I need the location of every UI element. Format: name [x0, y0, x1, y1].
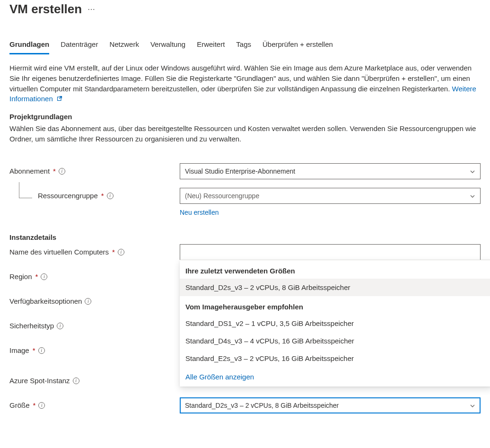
tab-netzwerk[interactable]: Netzwerk [109, 40, 139, 54]
project-section-desc: Wählen Sie das Abonnement aus, über das … [9, 123, 481, 144]
subscription-value: Visual Studio Enterprise-Abonnement [185, 167, 295, 175]
subscription-label: Abonnement [9, 167, 50, 175]
chevron-down-icon [470, 168, 475, 174]
vm-name-label-col: Name des virtuellen Computers * i [9, 248, 180, 256]
tab-tags[interactable]: Tags [236, 40, 251, 54]
more-actions-icon[interactable]: ⋯ [88, 5, 96, 14]
content-area: Hiermit wird eine VM erstellt, auf der L… [0, 54, 490, 427]
instance-block: Name des virtuellen Computers * i Ihre z… [9, 244, 481, 413]
size-option-recent-0[interactable]: Standard_D2s_v3 – 2 vCPUs, 8 GiB Arbeits… [180, 279, 490, 296]
info-icon[interactable]: i [59, 168, 65, 175]
subscription-label-col: Abonnement * i [9, 167, 180, 175]
spot-label: Azure Spot-Instanz [9, 377, 70, 385]
tab-datentraeger[interactable]: Datenträger [61, 40, 98, 54]
required-asterisk: * [53, 167, 56, 175]
size-label-col: Größe * i [9, 401, 180, 409]
chevron-down-icon [470, 193, 475, 199]
required-asterisk: * [33, 346, 35, 354]
info-icon[interactable]: i [41, 273, 47, 280]
region-label-col: Region * i [9, 272, 180, 281]
all-sizes-link[interactable]: Alle Größen anzeigen [180, 367, 490, 384]
security-label: Sicherheitstyp [9, 322, 54, 330]
indent-line [19, 182, 32, 198]
size-label: Größe [9, 401, 30, 409]
info-icon[interactable]: i [57, 323, 63, 329]
subscription-field: Visual Studio Enterprise-Abonnement [180, 163, 481, 179]
info-icon[interactable]: i [73, 378, 79, 384]
info-icon[interactable]: i [107, 193, 114, 199]
resource-group-label: Ressourcengruppe [38, 192, 98, 200]
image-label-col: Image * i [9, 346, 180, 354]
tab-ueberpruefen[interactable]: Überprüfen + erstellen [262, 40, 333, 54]
info-icon[interactable]: i [118, 249, 124, 255]
tab-verwaltung[interactable]: Verwaltung [150, 40, 185, 54]
intro-paragraph: Hiermit wird eine VM erstellt, auf der L… [9, 63, 481, 104]
intro-text: Hiermit wird eine VM erstellt, auf der L… [9, 64, 472, 93]
size-dropdown[interactable]: Standard_D2s_v3 – 2 vCPUs, 8 GiB Arbeits… [180, 397, 481, 413]
vm-name-input[interactable] [180, 244, 481, 260]
popup-recent-header: Ihre zuletzt verwendeten Größen [180, 260, 490, 279]
security-label-col: Sicherheitstyp i [9, 322, 180, 330]
size-option-rec-2[interactable]: Standard_E2s_v3 – 2 vCPUs, 16 GiB Arbeit… [180, 350, 490, 367]
page-title: VM erstellen [9, 2, 82, 17]
vm-name-label: Name des virtuellen Computers [9, 248, 109, 256]
resource-group-row: Ressourcengruppe * i (Neu) Ressourcengru… [9, 188, 481, 204]
resource-group-label-col: Ressourcengruppe * i [9, 192, 180, 200]
size-value: Standard_D2s_v3 – 2 vCPUs, 8 GiB Arbeits… [185, 402, 339, 409]
project-section-heading: Projektgrundlagen [9, 113, 481, 121]
resource-group-dropdown[interactable]: (Neu) Ressourcengruppe [180, 188, 481, 204]
create-new-link[interactable]: Neu erstellen [180, 209, 219, 216]
instance-section-heading: Instanzdetails [9, 233, 481, 241]
info-icon[interactable]: i [38, 402, 45, 409]
availability-label: Verfügbarkeitsoptionen [9, 297, 82, 305]
spot-label-col: Azure Spot-Instanz i [9, 377, 180, 385]
resource-group-sublink-row: Neu erstellen [9, 206, 481, 216]
region-label: Region [9, 272, 32, 281]
subscription-dropdown[interactable]: Visual Studio Enterprise-Abonnement [180, 163, 481, 179]
popup-recommended-header: Vom Imageherausgeber empfohlen [180, 296, 490, 315]
required-asterisk: * [101, 192, 104, 200]
availability-label-col: Verfügbarkeitsoptionen i [9, 297, 180, 305]
vm-name-row: Name des virtuellen Computers * i Ihre z… [9, 244, 481, 260]
subscription-row: Abonnement * i Visual Studio Enterprise-… [9, 163, 481, 179]
size-option-rec-1[interactable]: Standard_D4s_v3 – 4 vCPUs, 16 GiB Arbeit… [180, 332, 490, 350]
page-header: VM erstellen ⋯ [0, 0, 490, 31]
tabs-bar: Grundlagen Datenträger Netzwerk Verwaltu… [0, 40, 490, 54]
image-label: Image [9, 346, 29, 354]
size-option-rec-0[interactable]: Standard_DS1_v2 – 1 vCPU, 3,5 GiB Arbeit… [180, 315, 490, 332]
resource-group-field: (Neu) Ressourcengruppe [180, 188, 481, 204]
size-field: Standard_D2s_v3 – 2 vCPUs, 8 GiB Arbeits… [180, 397, 481, 413]
tab-erweitert[interactable]: Erweitert [197, 40, 225, 54]
external-link-icon [57, 95, 62, 103]
vm-name-field [180, 244, 481, 260]
info-icon[interactable]: i [85, 298, 91, 305]
required-asterisk: * [112, 248, 115, 256]
size-dropdown-popup: Ihre zuletzt verwendeten Größen Standard… [180, 260, 490, 387]
info-icon[interactable]: i [38, 347, 45, 354]
required-asterisk: * [35, 272, 38, 281]
required-asterisk: * [33, 401, 36, 409]
resource-group-value: (Neu) Ressourcengruppe [185, 192, 259, 200]
size-row: Größe * i Standard_D2s_v3 – 2 vCPUs, 8 G… [9, 397, 481, 413]
tab-grundlagen[interactable]: Grundlagen [9, 40, 49, 54]
chevron-down-icon [470, 403, 475, 408]
